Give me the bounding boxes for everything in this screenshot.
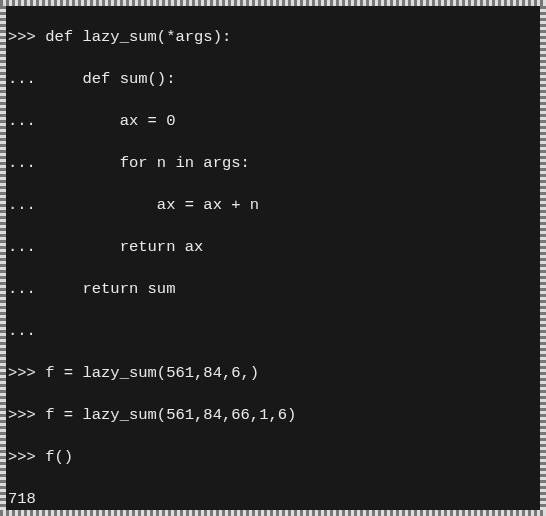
repl-prompt: ... — [8, 238, 120, 256]
repl-text: f = lazy_sum(561,84,6,) — [45, 364, 259, 382]
repl-text: f = lazy_sum(561,84,66,1,6) — [45, 406, 296, 424]
repl-prompt: >>> — [8, 448, 45, 466]
repl-line: ... def sum(): — [8, 69, 538, 90]
repl-text: def lazy_sum(*args): — [45, 28, 231, 46]
repl-line: 718 — [8, 489, 538, 510]
repl-prompt: ... — [8, 70, 82, 88]
repl-prompt: ... — [8, 280, 82, 298]
repl-prompt: ... — [8, 154, 120, 172]
repl-line: >>> f = lazy_sum(561,84,6,) — [8, 363, 538, 384]
repl-text: def sum(): — [82, 70, 175, 88]
repl-line: ... — [8, 321, 538, 342]
repl-line: ... return ax — [8, 237, 538, 258]
repl-prompt: ... — [8, 196, 157, 214]
repl-prompt: >>> — [8, 364, 45, 382]
repl-line: >>> f() — [8, 447, 538, 468]
repl-text: ax = ax + n — [157, 196, 259, 214]
repl-text: for n in args: — [120, 154, 250, 172]
python-repl-terminal[interactable]: >>> def lazy_sum(*args): ... def sum(): … — [6, 6, 540, 510]
repl-prompt: ... — [8, 322, 36, 340]
repl-line: ... return sum — [8, 279, 538, 300]
repl-line: ... for n in args: — [8, 153, 538, 174]
repl-line: ... ax = ax + n — [8, 195, 538, 216]
repl-prompt: >>> — [8, 28, 45, 46]
repl-line: ... ax = 0 — [8, 111, 538, 132]
repl-line: >>> def lazy_sum(*args): — [8, 27, 538, 48]
repl-line: >>> f = lazy_sum(561,84,66,1,6) — [8, 405, 538, 426]
repl-text: 718 — [8, 490, 36, 508]
repl-text: return sum — [82, 280, 175, 298]
repl-text: ax = 0 — [120, 112, 176, 130]
repl-prompt: ... — [8, 112, 120, 130]
repl-text: f() — [45, 448, 73, 466]
repl-prompt: >>> — [8, 406, 45, 424]
repl-text: return ax — [120, 238, 204, 256]
